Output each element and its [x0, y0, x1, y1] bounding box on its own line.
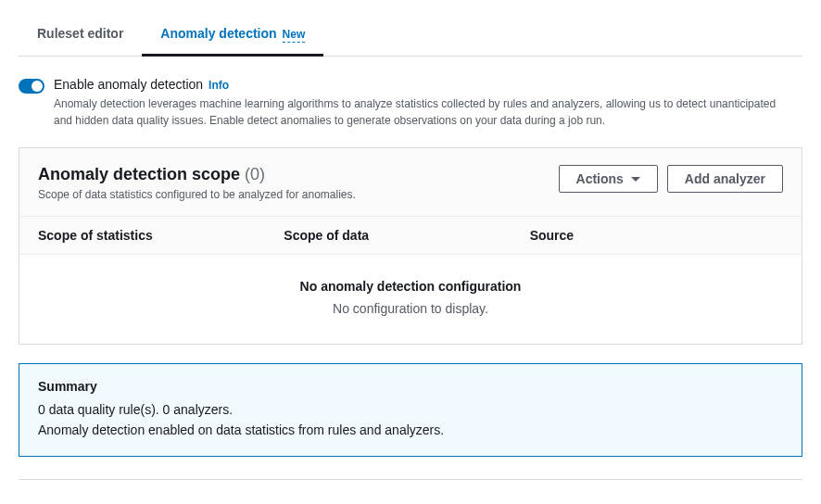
column-scope-statistics: Scope of statistics: [38, 228, 284, 243]
panel-actions: Actions Add analyzer: [559, 165, 783, 193]
toggle-label-row: Enable anomaly detection Info: [54, 77, 777, 92]
column-scope-data: Scope of data: [284, 228, 529, 243]
actions-button-label: Actions: [576, 171, 624, 186]
info-link[interactable]: Info: [208, 79, 229, 92]
add-analyzer-button[interactable]: Add analyzer: [667, 165, 783, 193]
empty-text: No configuration to display.: [38, 301, 783, 316]
empty-state: No anomaly detection configuration No co…: [19, 255, 802, 344]
panel-subtitle: Scope of data statistics configured to b…: [38, 188, 559, 201]
summary-line-2: Anomaly detection enabled on data statis…: [38, 420, 783, 440]
content-area: Enable anomaly detection Info Anomaly de…: [19, 57, 802, 480]
toggle-section: Enable anomaly detection Info Anomaly de…: [19, 77, 802, 129]
panel-title-text: Anomaly detection scope: [38, 165, 240, 183]
table-header: Scope of statistics Scope of data Source: [19, 216, 802, 255]
toggle-label: Enable anomaly detection: [54, 77, 203, 92]
panel-title-wrap: Anomaly detection scope (0) Scope of dat…: [38, 165, 559, 201]
tab-label: Anomaly detection: [160, 26, 276, 41]
summary-box: Summary 0 data quality rule(s). 0 analyz…: [19, 363, 802, 457]
empty-title: No anomaly detection configuration: [38, 279, 783, 294]
tab-bar: Ruleset editor Anomaly detection New: [19, 0, 802, 57]
caret-down-icon: [631, 177, 640, 182]
summary-title: Summary: [38, 379, 783, 394]
column-source: Source: [530, 228, 783, 243]
new-badge: New: [283, 28, 306, 43]
panel-count: (0): [245, 165, 265, 183]
scope-panel: Anomaly detection scope (0) Scope of dat…: [19, 147, 802, 345]
tab-ruleset-editor[interactable]: Ruleset editor: [19, 17, 142, 56]
panel-header: Anomaly detection scope (0) Scope of dat…: [19, 148, 802, 216]
bottom-divider: [19, 479, 802, 480]
add-analyzer-label: Add analyzer: [685, 171, 765, 186]
tab-anomaly-detection[interactable]: Anomaly detection New: [142, 17, 323, 57]
enable-anomaly-toggle[interactable]: [19, 79, 44, 94]
summary-line-1: 0 data quality rule(s). 0 analyzers.: [38, 399, 783, 420]
toggle-description: Anomaly detection leverages machine lear…: [54, 95, 777, 129]
tab-label: Ruleset editor: [37, 26, 123, 41]
panel-title: Anomaly detection scope (0): [38, 165, 559, 184]
toggle-text-wrap: Enable anomaly detection Info Anomaly de…: [54, 77, 777, 129]
actions-button[interactable]: Actions: [559, 165, 658, 193]
